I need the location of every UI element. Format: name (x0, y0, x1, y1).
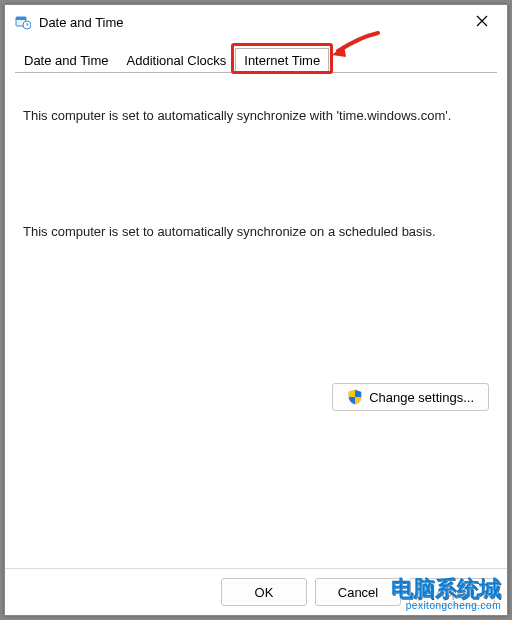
cancel-button[interactable]: Cancel (315, 578, 401, 606)
sync-schedule-text: This computer is set to automatically sy… (23, 223, 483, 241)
apply-button[interactable]: Apply (409, 578, 495, 606)
tab-internet-time[interactable]: Internet Time (235, 48, 329, 73)
date-time-icon (15, 14, 31, 30)
cancel-label: Cancel (338, 585, 378, 600)
uac-shield-icon (347, 389, 363, 405)
tab-label: Date and Time (24, 53, 109, 68)
dialog-footer: OK Cancel Apply (5, 568, 507, 615)
close-button[interactable] (459, 7, 505, 37)
window-title: Date and Time (39, 15, 459, 30)
tab-date-and-time[interactable]: Date and Time (15, 48, 118, 73)
tab-label: Internet Time (244, 53, 320, 68)
apply-label: Apply (436, 585, 469, 600)
ok-button[interactable]: OK (221, 578, 307, 606)
watermark-hwidc: HWiDC (318, 422, 481, 486)
sync-server-text: This computer is set to automatically sy… (23, 107, 453, 125)
date-and-time-dialog: Date and Time Date and Time Additional C… (4, 4, 508, 616)
tabstrip: Date and Time Additional Clocks Internet… (5, 39, 507, 72)
tab-panel-internet-time: This computer is set to automatically sy… (5, 73, 507, 568)
tab-additional-clocks[interactable]: Additional Clocks (118, 48, 236, 73)
close-icon (476, 15, 488, 29)
change-settings-label: Change settings... (369, 390, 474, 405)
change-settings-button[interactable]: Change settings... (332, 383, 489, 411)
titlebar: Date and Time (5, 5, 507, 39)
tab-label: Additional Clocks (127, 53, 227, 68)
ok-label: OK (255, 585, 274, 600)
svg-rect-1 (16, 17, 26, 20)
